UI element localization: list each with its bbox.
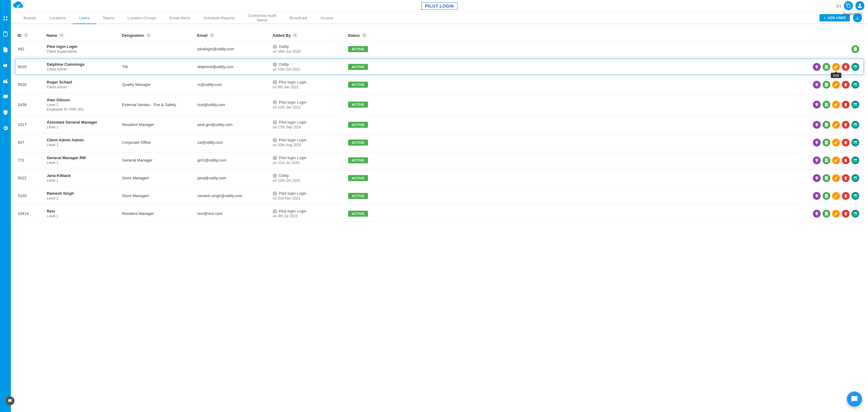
sidebar-monitor-icon[interactable] [2,93,9,100]
tab-brands[interactable]: Brands [17,12,42,24]
sidebar-settings-icon[interactable] [2,125,9,131]
row-mail-icon[interactable] [851,81,859,89]
row-delete-icon[interactable] [842,121,849,129]
brand-title: PILOT LOGIN [421,2,458,10]
logo-cloud-icon[interactable] [12,1,25,10]
row-location-icon[interactable] [813,210,821,218]
info-icon[interactable]: i [273,80,277,85]
sidebar-dashboard-icon[interactable] [2,15,9,22]
row-edit-icon[interactable]: Edit [832,63,840,71]
table-row: 5150Ramesh SinghLevel 1Store Manager\ram… [15,188,864,204]
table-row: 5020Delphine CummingsClient AdminTMdelph… [15,59,864,75]
row-location-icon[interactable] [813,192,821,200]
row-clipboard-icon[interactable] [823,174,830,182]
copy-icon[interactable] [844,1,853,10]
row-edit-icon[interactable] [832,156,840,164]
sort-email-icon[interactable]: ▾ [210,33,215,38]
row-edit-icon[interactable] [832,81,840,89]
cell-added-by: Oditly [279,62,289,67]
sidebar-announcement-icon[interactable] [2,62,9,69]
info-icon[interactable]: i [273,138,277,142]
row-mail-icon[interactable] [851,101,859,108]
row-delete-icon[interactable] [842,210,849,218]
cell-email: asst.gm@oditly.com [197,122,273,127]
row-mail-icon[interactable] [851,192,859,200]
sidebar-analytics-icon[interactable] [2,78,9,85]
tab-customise-audit-name[interactable]: Customise AuditName [241,12,283,24]
row-mail-icon[interactable] [851,63,859,71]
row-edit-icon[interactable] [832,101,840,108]
tab-email-alerts[interactable]: Email Alerts [163,12,197,24]
table-row: 682Pilot login LoginClient SuperAdminpil… [15,41,864,57]
sort-desig-icon[interactable]: ▾ [146,33,151,38]
row-clipboard-icon[interactable] [823,121,830,129]
cell-id: 682 [17,47,47,51]
tab-access[interactable]: Access [314,12,340,24]
row-clipboard-icon[interactable] [823,101,830,108]
row-location-icon[interactable] [813,63,821,71]
info-icon[interactable]: i [273,209,277,213]
row-location-icon[interactable] [813,81,821,89]
info-icon[interactable]: i [273,156,277,160]
row-edit-icon[interactable] [832,139,840,147]
row-delete-icon[interactable] [842,156,849,164]
row-clipboard-icon[interactable] [823,192,830,200]
info-icon[interactable]: i [273,120,277,124]
sort-status-icon[interactable]: ▾ [362,33,367,38]
row-clipboard-icon[interactable] [823,63,830,71]
row-mail-icon[interactable] [851,121,859,129]
chat-fab-icon[interactable] [847,391,862,407]
row-edit-icon[interactable] [832,174,840,182]
tab-locations[interactable]: Locations [42,12,73,24]
cell-name: Resi [47,209,122,213]
row-edit-icon[interactable] [832,210,840,218]
cell-email: rs@oditly.com [197,82,273,87]
tab-teams[interactable]: Teams [96,12,121,24]
row-location-icon[interactable] [813,139,821,147]
info-icon[interactable]: i [273,62,277,67]
tab-schedule-reports[interactable]: Schedule Reports [197,12,241,24]
sidebar-shield-icon[interactable] [2,109,9,116]
row-delete-icon[interactable] [842,81,849,89]
row-clipboard-icon[interactable] [851,45,859,53]
info-icon[interactable]: i [273,173,277,178]
info-icon[interactable]: i [273,100,277,104]
tab-users[interactable]: Users [73,12,96,24]
row-location-icon[interactable] [813,121,821,129]
row-mail-icon[interactable] [851,174,859,182]
cell-added-by: Pilot login Login [279,80,307,85]
svg-point-1 [6,16,7,18]
tab-location-groups[interactable]: Location Groups [121,12,163,24]
row-delete-icon[interactable] [842,174,849,182]
sort-added-icon[interactable]: ▾ [293,33,298,38]
sort-id-icon[interactable]: ▾ [23,33,29,38]
profile-icon[interactable] [855,1,864,10]
col-added-label: Added By [273,33,291,38]
row-mail-icon[interactable] [851,156,859,164]
row-mail-icon[interactable] [851,139,859,147]
sidebar-clipboard-icon[interactable] [2,31,9,37]
cell-designation: Quality Manager [122,82,197,87]
row-clipboard-icon[interactable] [823,81,830,89]
status-badge: ACTIVE [348,157,368,163]
info-icon[interactable]: i [273,191,277,196]
tab-broadcast[interactable]: Broadcast [283,12,314,24]
row-delete-icon[interactable] [842,101,849,108]
row-location-icon[interactable] [813,156,821,164]
sidebar-chat-icon[interactable] [5,396,14,405]
row-edit-icon[interactable] [832,121,840,129]
row-clipboard-icon[interactable] [823,210,830,218]
sidebar-document-icon[interactable] [2,46,9,53]
cell-email: jana@oditly.com [197,176,273,180]
row-delete-icon[interactable] [842,139,849,147]
row-clipboard-icon[interactable] [823,156,830,164]
row-delete-icon[interactable] [842,192,849,200]
info-icon[interactable]: i [273,44,277,49]
row-delete-icon[interactable] [842,63,849,71]
sort-name-icon[interactable]: ▾ [59,33,64,38]
row-mail-icon[interactable] [851,210,859,218]
row-location-icon[interactable] [813,174,821,182]
row-location-icon[interactable] [813,101,821,108]
row-clipboard-icon[interactable] [823,139,830,147]
row-edit-icon[interactable] [832,192,840,200]
